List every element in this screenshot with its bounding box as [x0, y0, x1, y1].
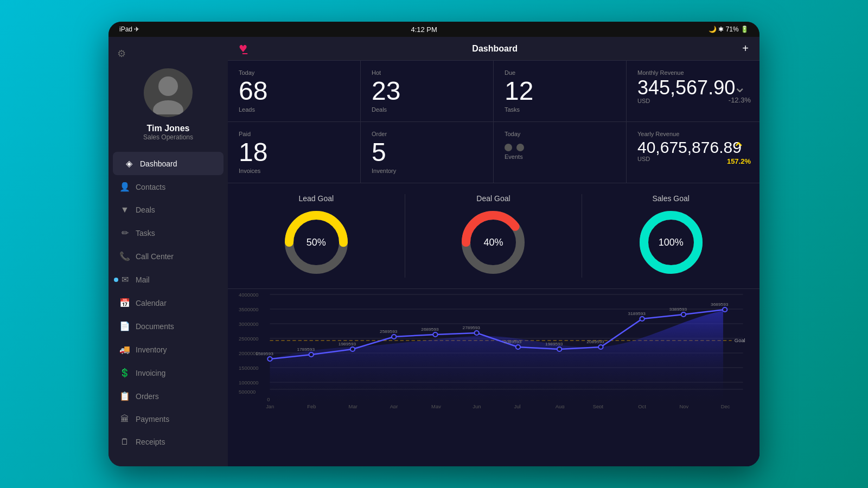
sidebar-item-receipts[interactable]: 🗒Receipts [108, 431, 228, 453]
documents-icon: 📄 [119, 321, 130, 331]
stat-inventory[interactable]: Order 5 Inventory [361, 122, 494, 183]
sidebar: ⚙ Tim Jones Sales Operations ◈Dashboard👤… [108, 37, 228, 466]
nav-label-calendar: Calendar [136, 299, 167, 307]
svg-text:3389593: 3389593 [669, 307, 687, 312]
orders-icon: 📋 [119, 391, 130, 401]
event-dot-1 [505, 144, 512, 151]
stat-leads-label: Today [239, 69, 254, 76]
nav-label-callcenter: Call Center [136, 252, 174, 261]
stat-events[interactable]: Today Events [494, 122, 627, 183]
nav-label-dashboard: Dashboard [140, 159, 177, 168]
svg-text:2689593: 2689593 [421, 327, 439, 332]
invoicing-icon: 💲 [119, 368, 130, 378]
settings-icon[interactable]: ⚙ [117, 48, 126, 60]
svg-text:Aug: Aug [556, 404, 565, 408]
stat-yearly-usd: USD [637, 156, 650, 162]
nav-label-orders: Orders [136, 392, 159, 401]
tasks-icon: ✏ [119, 228, 130, 238]
svg-point-0 [158, 76, 178, 96]
avatar-svg [146, 71, 190, 114]
donut-2: 100% [636, 207, 706, 278]
sidebar-item-tasks[interactable]: ✏Tasks [108, 221, 228, 245]
sidebar-item-callcenter[interactable]: 📞Call Center [108, 245, 228, 268]
goal-cell-2: Sales Goal 100% [582, 194, 760, 278]
svg-text:May: May [431, 404, 441, 408]
stat-deals-sublabel: Deals [372, 106, 387, 113]
device-frame: iPad ✈ 4:12 PM 🌙 ✱ 71% 🔋 ⚙ Tim Jones Sal… [108, 22, 760, 466]
svg-point-28 [309, 352, 314, 357]
sidebar-item-orders[interactable]: 📋Orders [108, 384, 228, 408]
svg-point-34 [557, 347, 561, 351]
nav-label-inventory: Inventory [136, 345, 167, 354]
svg-point-36 [640, 317, 644, 321]
goal-title-1: Deal Goal [476, 194, 510, 203]
mail-notification-dot [114, 278, 118, 282]
sidebar-item-deals[interactable]: ▼Deals [108, 198, 228, 221]
svg-text:1500000: 1500000 [239, 365, 259, 371]
svg-text:2500000: 2500000 [239, 336, 259, 342]
sidebar-item-dashboard[interactable]: ◈Dashboard [113, 152, 224, 175]
stat-deals-label: Hot [372, 69, 381, 76]
svg-text:3689593: 3689593 [711, 302, 729, 307]
deals-icon: ▼ [119, 205, 130, 215]
svg-text:1000000: 1000000 [239, 380, 259, 386]
stat-monthly-label: Monthly Revenue [637, 69, 684, 76]
svg-text:Sept: Sept [593, 404, 604, 408]
stat-monthly-revenue[interactable]: Monthly Revenue 345,567.90 USD ⌄ -12.3% [627, 61, 760, 121]
svg-text:Jun: Jun [473, 404, 481, 408]
sidebar-item-documents[interactable]: 📄Documents [108, 314, 228, 338]
stat-tasks-value: 12 [505, 78, 533, 104]
svg-point-1 [153, 100, 183, 114]
stat-invoices-sublabel: Invoices [239, 168, 260, 174]
stat-invoices-label: Paid [239, 131, 251, 137]
stat-deals-value: 23 [372, 78, 400, 104]
nav-label-receipts: Receipts [136, 438, 165, 446]
payments-icon: 🏛 [119, 414, 130, 424]
svg-text:500000: 500000 [239, 389, 256, 395]
stat-invoices-value: 18 [239, 139, 267, 165]
monthly-trend: ⌄ -12.3% [729, 78, 751, 104]
stat-leads[interactable]: Today 68 Leads [228, 61, 361, 121]
svg-point-33 [516, 345, 520, 349]
sidebar-item-calendar[interactable]: 📅Calendar [108, 291, 228, 314]
stat-yearly-value: 40,675,876.89 [637, 139, 742, 156]
sidebar-item-inventory[interactable]: 🚚Inventory [108, 338, 228, 361]
stats-row-2: Paid 18 Invoices Order 5 Inventory Today [228, 122, 760, 183]
dashboard-title: Dashboard [472, 44, 518, 54]
stat-yearly-label: Yearly Revenue [637, 131, 679, 137]
sidebar-item-mail[interactable]: ✉Mail [108, 268, 228, 291]
dashboard-content: Today 68 Leads Hot 23 Deals Due 12 Tasks [228, 61, 760, 466]
svg-text:Mar: Mar [349, 404, 358, 408]
nav-label-mail: Mail [136, 275, 150, 284]
stat-tasks[interactable]: Due 12 Tasks [494, 61, 627, 121]
stat-inventory-sublabel: Inventory [372, 168, 396, 174]
add-button[interactable]: + [742, 42, 749, 55]
stat-invoices[interactable]: Paid 18 Invoices [228, 122, 361, 183]
svg-text:3000000: 3000000 [239, 322, 259, 327]
nav-items: ◈Dashboard👤Contacts▼Deals✏Tasks📞Call Cen… [108, 152, 228, 466]
top-bar: ♥̲ Dashboard + [228, 37, 760, 61]
events-dots [505, 144, 524, 151]
status-time: 4:12 PM [411, 25, 437, 34]
user-name: Tim Jones [147, 124, 190, 133]
mail-icon: ✉ [119, 274, 130, 285]
goal-cell-1: Deal Goal 40% [405, 194, 583, 278]
sidebar-item-invoicing[interactable]: 💲Invoicing [108, 361, 228, 384]
sidebar-item-contacts[interactable]: 👤Contacts [108, 175, 228, 198]
sidebar-item-payments[interactable]: 🏛Payments [108, 408, 228, 431]
stat-deals[interactable]: Hot 23 Deals [361, 61, 494, 121]
stat-tasks-sublabel: Tasks [505, 106, 520, 113]
stat-leads-sublabel: Leads [239, 106, 255, 113]
svg-point-38 [723, 307, 727, 312]
stat-tasks-label: Due [505, 69, 515, 76]
calendar-icon: 📅 [119, 298, 130, 308]
svg-text:3500000: 3500000 [239, 307, 259, 312]
event-dot-2 [516, 144, 524, 151]
inventory-icon: 🚚 [119, 344, 130, 355]
donut-0: 50% [281, 207, 352, 278]
device-label: iPad ✈ [119, 25, 139, 33]
stat-yearly-revenue[interactable]: Yearly Revenue 40,675,876.89 USD ⌃ 157.2… [627, 122, 760, 183]
status-bar-right: 🌙 ✱ 71% 🔋 [709, 25, 749, 33]
app-container: ⚙ Tim Jones Sales Operations ◈Dashboard👤… [108, 37, 760, 466]
chart-section: 4000000 3500000 3000000 2500000 2000000 … [228, 289, 760, 414]
